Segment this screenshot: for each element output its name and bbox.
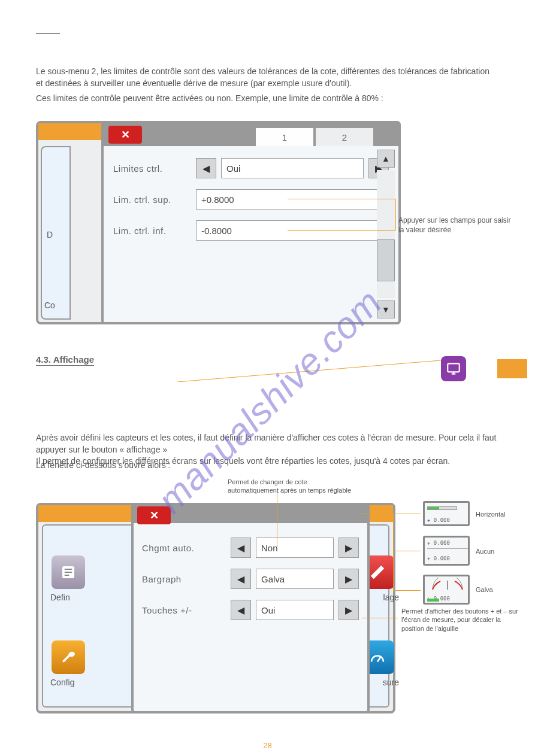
prev-button[interactable]: ◀ xyxy=(231,569,251,589)
background-panel-cut xyxy=(41,146,71,320)
limits-modal: ✕ 1 2 Limites ctrl. ◀ Oui ▶ Lim. ctrl. s… xyxy=(101,121,401,324)
modal-tabbar: ✕ 1 2 xyxy=(104,123,398,146)
limits-ctrl-label: Limites ctrl. xyxy=(113,163,191,174)
heading-affichage: 4.3. Affichage xyxy=(36,354,94,366)
bg-label-config: Config xyxy=(50,678,74,687)
triangle-left-icon: ◀ xyxy=(237,542,244,554)
preview-value: + 0.000 xyxy=(427,555,450,561)
callout-bar-galva: Galva xyxy=(476,585,493,594)
preview-none: + 0.000 + 0.000 xyxy=(423,536,470,566)
orange-marker xyxy=(497,359,527,378)
triangle-right-icon: ▶ xyxy=(345,542,352,554)
callout-line xyxy=(288,230,395,231)
chgmt-auto-label: Chgmt auto. xyxy=(142,543,226,553)
screenshot-modal-display: Defin lage Config sure ✕ Chgmt aut xyxy=(36,503,395,714)
bg-label-lage: lage xyxy=(383,593,399,602)
bg-label-d: D xyxy=(47,230,53,239)
screenshot-modal-limits: D Co ✕ 1 2 Limites ctrl. ◀ Oui ▶ xyxy=(36,121,383,324)
bar-icon xyxy=(427,506,457,510)
lim-sup-value[interactable]: +0.8000 xyxy=(196,189,389,210)
triangle-down-icon: ▼ xyxy=(382,305,390,314)
touches-label: Touches +/- xyxy=(142,605,226,615)
triangle-right-icon: ▶ xyxy=(345,573,352,585)
display-icon xyxy=(441,356,466,381)
callout-line xyxy=(288,199,395,199)
triangle-left-icon: ◀ xyxy=(237,573,244,585)
preview-value: + 0.000 xyxy=(427,517,450,523)
gauge-icon xyxy=(430,578,466,591)
prev-button[interactable]: ◀ xyxy=(196,158,216,178)
scroll-down-button[interactable]: ▼ xyxy=(377,300,395,318)
display-modal: ✕ Chgmt auto. ◀ Non ▶ Bargraph ◀ Galva ▶… xyxy=(131,503,370,714)
callout-line xyxy=(277,492,277,547)
callout-touches: Permet d'afficher des boutons + et – sur… xyxy=(401,607,521,633)
triangle-left-icon: ◀ xyxy=(237,605,244,616)
prev-button[interactable]: ◀ xyxy=(231,538,251,558)
scroll-up-button[interactable]: ▲ xyxy=(377,150,395,168)
triangle-left-icon: ◀ xyxy=(202,163,210,174)
lim-inf-label: Lim. ctrl. inf. xyxy=(113,226,191,236)
tab-2[interactable]: 2 xyxy=(315,127,374,146)
callout-line xyxy=(395,199,396,230)
close-button[interactable]: ✕ xyxy=(108,126,142,144)
callout-bar-horizontal: Horizontal xyxy=(476,510,506,518)
paragraph-affichage-1a: Après avoir défini les capteurs et les c… xyxy=(36,433,496,454)
bargraph-label: Bargraph xyxy=(142,574,226,584)
preview-value: + 0.000 xyxy=(427,540,450,546)
bg-label-sure: sure xyxy=(383,678,399,687)
limits-ctrl-value[interactable]: Oui xyxy=(221,158,364,178)
paragraph-2: Ces limites de contrôle peuvent être act… xyxy=(36,93,497,105)
scrollbar: ▲ ▼ xyxy=(377,150,395,318)
triangle-up-icon: ▲ xyxy=(382,154,390,163)
bg-label-defin: Defin xyxy=(50,593,70,602)
callout-line xyxy=(393,514,394,590)
list-icon xyxy=(59,563,77,581)
callout-bar-none: Aucun xyxy=(476,547,494,555)
prev-button[interactable]: ◀ xyxy=(231,600,251,620)
monitor-icon xyxy=(446,361,461,377)
touches-value[interactable]: Oui xyxy=(256,600,334,620)
paragraph-1: Le sous-menu 2, les limites de contrôle … xyxy=(36,66,497,89)
tab-1[interactable]: 1 xyxy=(255,127,315,146)
wrench-icon xyxy=(52,640,85,674)
callout-line xyxy=(362,618,398,618)
lim-sup-label: Lim. ctrl. sup. xyxy=(113,195,191,205)
svg-rect-0 xyxy=(448,363,460,372)
chgmt-auto-value[interactable]: Non xyxy=(256,538,334,558)
definition-icon xyxy=(52,555,85,589)
page-number: 28 xyxy=(0,741,535,750)
callout-line xyxy=(393,590,421,591)
callout-line xyxy=(393,514,421,514)
bg-label-co: Co xyxy=(44,300,55,310)
callout-text-fields: Appuyer sur les champs pour saisir la va… xyxy=(398,215,518,235)
preview-galva: + 0.000 xyxy=(423,575,470,605)
close-icon: ✕ xyxy=(150,509,159,522)
callout-connector xyxy=(177,360,441,382)
callout-line xyxy=(393,551,421,551)
scroll-thumb[interactable] xyxy=(377,239,395,281)
callout-line xyxy=(362,514,393,514)
paragraph-affichage-2: La fenêtre ci-dessous s'ouvre alors : xyxy=(36,460,497,472)
callout-chgmt-auto: Permet de changer de cote automatiquemen… xyxy=(228,478,353,495)
next-button[interactable]: ▶ xyxy=(338,600,359,620)
close-button[interactable]: ✕ xyxy=(137,506,171,524)
preview-horizontal: + 0.000 xyxy=(423,501,470,526)
bargraph-value[interactable]: Galva xyxy=(256,569,334,589)
next-button[interactable]: ▶ xyxy=(338,569,359,589)
heading-underline xyxy=(36,33,60,34)
triangle-right-icon: ▶ xyxy=(345,605,352,616)
close-icon: ✕ xyxy=(121,128,130,141)
next-button[interactable]: ▶ xyxy=(338,538,359,558)
